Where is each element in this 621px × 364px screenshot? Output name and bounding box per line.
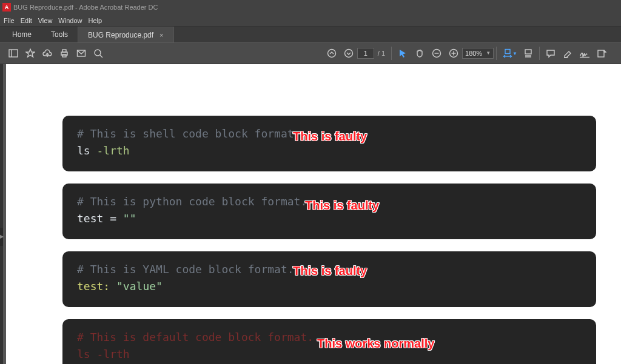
annotation-works: This works normally: [317, 335, 434, 352]
menu-view[interactable]: View: [38, 17, 53, 24]
zoom-out-icon[interactable]: [428, 45, 445, 62]
code-block-default: # This is default code block format. ls …: [62, 319, 596, 364]
nav-expand-handle[interactable]: ▶: [0, 228, 3, 246]
toolbar: 1 / 1 180% ▼ ▼: [0, 42, 621, 64]
more-tools-icon[interactable]: [593, 45, 610, 62]
chevron-down-icon[interactable]: ▼: [512, 51, 517, 56]
code-text: "": [123, 212, 136, 225]
svg-point-10: [327, 50, 335, 58]
menu-help[interactable]: Help: [88, 17, 102, 24]
zoom-value: 180%: [465, 48, 482, 58]
page-down-icon[interactable]: [340, 45, 357, 62]
code-text: ls -lrth: [77, 348, 130, 360]
chevron-down-icon: ▼: [486, 48, 491, 58]
svg-rect-5: [62, 50, 66, 52]
cloud-icon[interactable]: [39, 45, 56, 62]
svg-marker-2: [26, 49, 35, 57]
svg-rect-0: [9, 50, 18, 57]
tab-tools[interactable]: Tools: [41, 27, 78, 42]
page-up-icon[interactable]: [323, 45, 340, 62]
zoom-dropdown[interactable]: 180% ▼: [462, 48, 494, 59]
highlight-icon[interactable]: [559, 45, 576, 62]
svg-rect-20: [525, 50, 531, 54]
star-icon[interactable]: [22, 45, 39, 62]
tab-document-label: BUG Reproduce.pdf: [88, 31, 153, 39]
code-text: "value": [116, 280, 163, 293]
page-total-label: / 1: [378, 50, 385, 57]
code-text: ls: [77, 144, 97, 157]
tab-home[interactable]: Home: [2, 27, 41, 42]
svg-rect-18: [505, 50, 510, 54]
window-titlebar: A BUG Reproduce.pdf - Adobe Acrobat Read…: [0, 0, 621, 15]
pdf-icon: A: [2, 3, 11, 12]
code-text: test:: [77, 280, 116, 293]
print-icon[interactable]: [56, 45, 73, 62]
document-stage: ▶ # This is shell code block format. ls …: [0, 64, 621, 364]
sidebar-toggle-icon[interactable]: [5, 45, 22, 62]
hand-icon[interactable]: [411, 45, 428, 62]
code-block-python: # This is python code block format. test…: [62, 184, 596, 239]
code-text: test =: [77, 212, 123, 225]
page-view-icon[interactable]: [520, 45, 537, 62]
menu-window[interactable]: Window: [58, 17, 82, 24]
zoom-in-icon[interactable]: [445, 45, 462, 62]
menu-edit[interactable]: Edit: [21, 17, 32, 24]
comment-icon[interactable]: [542, 45, 559, 62]
sign-icon[interactable]: [576, 45, 593, 62]
separator: [539, 47, 540, 60]
svg-marker-12: [400, 50, 406, 58]
nav-rail: [0, 64, 3, 364]
svg-line-9: [100, 55, 102, 58]
annotation-faulty: This is faulty: [293, 262, 367, 279]
mail-icon[interactable]: [73, 45, 90, 62]
tab-bar: Home Tools BUG Reproduce.pdf ×: [0, 27, 621, 42]
annotation-faulty: This is faulty: [293, 128, 367, 145]
code-block-shell: # This is shell code block format. ls -l…: [62, 116, 596, 171]
menu-bar: File Edit View Window Help: [0, 15, 621, 27]
separator: [496, 47, 497, 60]
annotation-faulty: This is faulty: [305, 197, 379, 214]
svg-rect-25: [598, 50, 604, 57]
separator: [391, 47, 392, 60]
svg-rect-6: [62, 55, 66, 57]
svg-point-11: [344, 50, 352, 58]
tab-document[interactable]: BUG Reproduce.pdf ×: [78, 27, 174, 42]
page-number-input[interactable]: 1: [357, 48, 374, 59]
search-icon[interactable]: [90, 45, 107, 62]
page: # This is shell code block format. ls -l…: [6, 64, 621, 364]
close-icon[interactable]: ×: [159, 31, 163, 39]
pointer-icon[interactable]: [394, 45, 411, 62]
code-text: -lrth: [97, 144, 130, 157]
window-title: BUG Reproduce.pdf - Adobe Acrobat Reader…: [13, 4, 158, 11]
menu-file[interactable]: File: [4, 17, 15, 24]
svg-point-8: [95, 50, 101, 56]
code-block-yaml: # This is YAML code block format. test: …: [62, 251, 596, 307]
